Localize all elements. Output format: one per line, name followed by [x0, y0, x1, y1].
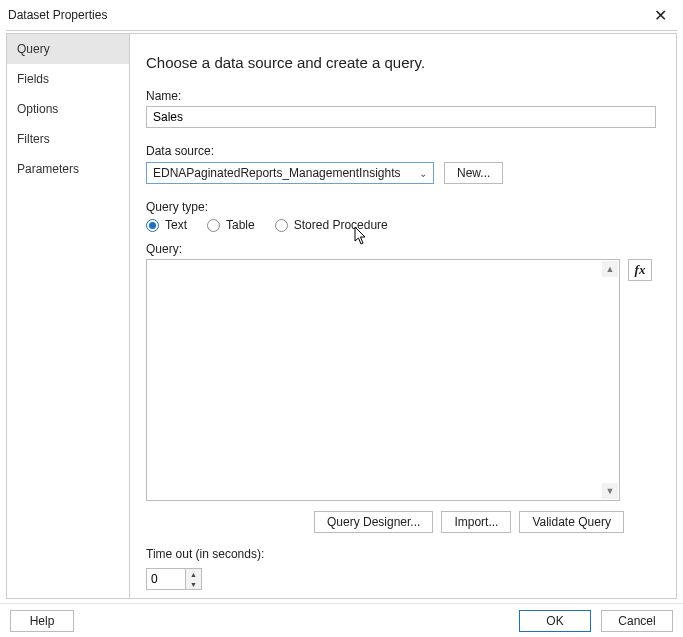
sidebar: Query Fields Options Filters Parameters [6, 33, 130, 599]
radio-circle-icon [207, 219, 220, 232]
radio-text[interactable]: Text [146, 218, 187, 232]
cancel-button[interactable]: Cancel [601, 610, 673, 632]
scroll-down-icon[interactable]: ▼ [602, 483, 618, 499]
timeout-spinner[interactable]: ▲ ▼ [146, 568, 202, 590]
new-datasource-button[interactable]: New... [444, 162, 503, 184]
datasource-value: EDNAPaginatedReports_ManagementInsights [153, 166, 400, 180]
footer: Help OK Cancel [0, 603, 683, 637]
radio-table[interactable]: Table [207, 218, 255, 232]
query-designer-button[interactable]: Query Designer... [314, 511, 433, 533]
import-button[interactable]: Import... [441, 511, 511, 533]
close-icon[interactable]: ✕ [645, 6, 675, 25]
spinner-down-icon[interactable]: ▼ [186, 579, 201, 589]
querytype-label: Query type: [146, 200, 662, 214]
sidebar-item-filters[interactable]: Filters [7, 124, 129, 154]
radio-stored-procedure[interactable]: Stored Procedure [275, 218, 388, 232]
timeout-label: Time out (in seconds): [146, 547, 662, 561]
timeout-input[interactable] [147, 569, 185, 589]
datasource-select[interactable]: EDNAPaginatedReports_ManagementInsights … [146, 162, 434, 184]
radio-table-label: Table [226, 218, 255, 232]
spinner-up-icon[interactable]: ▲ [186, 569, 201, 579]
sidebar-item-fields[interactable]: Fields [7, 64, 129, 94]
window-title: Dataset Properties [8, 8, 107, 22]
content-panel: Choose a data source and create a query.… [130, 33, 677, 599]
querytype-group: Text Table Stored Procedure [146, 218, 662, 232]
sidebar-item-parameters[interactable]: Parameters [7, 154, 129, 184]
ok-button[interactable]: OK [519, 610, 591, 632]
main-area: Query Fields Options Filters Parameters … [0, 31, 683, 599]
scroll-up-icon[interactable]: ▲ [602, 261, 618, 277]
name-input[interactable] [146, 106, 656, 128]
sidebar-item-query[interactable]: Query [7, 34, 129, 64]
chevron-down-icon: ⌄ [419, 168, 427, 179]
help-button[interactable]: Help [10, 610, 74, 632]
page-heading: Choose a data source and create a query. [146, 54, 662, 71]
name-label: Name: [146, 89, 662, 103]
radio-circle-icon [146, 219, 159, 232]
expression-button[interactable]: fx [628, 259, 652, 281]
radio-stored-label: Stored Procedure [294, 218, 388, 232]
titlebar: Dataset Properties ✕ [0, 0, 683, 30]
datasource-label: Data source: [146, 144, 662, 158]
query-textarea[interactable]: ▲ ▼ [146, 259, 620, 501]
query-label: Query: [146, 242, 662, 256]
radio-circle-icon [275, 219, 288, 232]
radio-text-label: Text [165, 218, 187, 232]
validate-query-button[interactable]: Validate Query [519, 511, 624, 533]
sidebar-item-options[interactable]: Options [7, 94, 129, 124]
